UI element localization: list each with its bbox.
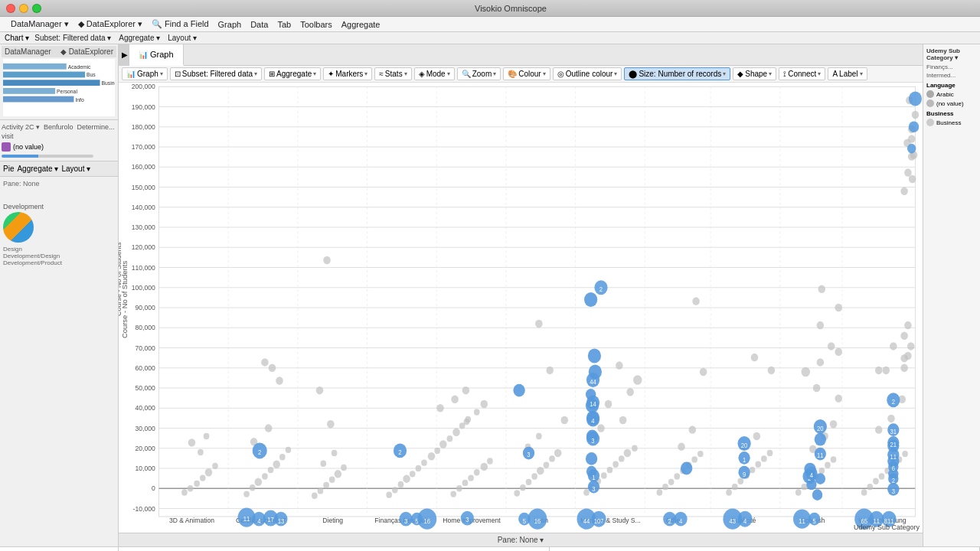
menu-data[interactable]: Data bbox=[246, 20, 273, 29]
sidebar-header: DataManager ◆ DataExplorer bbox=[2, 46, 116, 57]
svg-point-182 bbox=[612, 461, 619, 468]
svg-point-85 bbox=[188, 439, 196, 447]
svg-point-153 bbox=[474, 409, 480, 415]
svg-text:150,000: 150,000 bbox=[132, 183, 155, 191]
subset-filtered[interactable]: Subset: Filtered data ▾ bbox=[32, 34, 113, 42]
menu-find-field[interactable]: 🔍 Find a Field bbox=[147, 19, 214, 29]
legend-item-arabic: Arabic bbox=[926, 90, 977, 98]
svg-point-177 bbox=[583, 489, 590, 495]
svg-point-87 bbox=[243, 491, 250, 497]
svg-point-329 bbox=[888, 461, 898, 473]
svg-point-228 bbox=[674, 512, 687, 527]
svg-point-327 bbox=[888, 473, 898, 484]
colour-btn[interactable]: 🎨 Colour ▾ bbox=[503, 67, 550, 80]
svg-point-276 bbox=[793, 510, 811, 529]
svg-point-159 bbox=[526, 479, 532, 485]
svg-point-289 bbox=[873, 478, 879, 484]
svg-point-124 bbox=[410, 471, 416, 477]
svg-point-219 bbox=[691, 456, 697, 462]
svg-point-207 bbox=[586, 412, 599, 427]
svg-point-117 bbox=[327, 420, 335, 429]
svg-point-115 bbox=[320, 461, 326, 467]
menu-tab[interactable]: Tab bbox=[273, 20, 296, 29]
svg-point-333 bbox=[887, 436, 899, 449]
mode-btn[interactable]: ◈ Mode ▾ bbox=[414, 67, 455, 80]
layout-label-left[interactable]: Layout ▾ bbox=[61, 165, 90, 173]
menu-toolbars[interactable]: Toolbars bbox=[296, 20, 337, 29]
svg-text:30,000: 30,000 bbox=[135, 424, 155, 432]
svg-point-306 bbox=[907, 342, 915, 350]
svg-point-269 bbox=[818, 285, 826, 294]
svg-point-139 bbox=[400, 512, 413, 527]
svg-point-166 bbox=[536, 433, 542, 439]
layout-btn[interactable]: Layout ▾ bbox=[165, 34, 199, 42]
aggregate-btn[interactable]: ⊞ Aggregate ▾ bbox=[264, 67, 321, 80]
menu-bar: DataManager ▾ ◆ DataExplorer ▾ 🔍 Find a … bbox=[0, 17, 980, 32]
svg-point-127 bbox=[428, 452, 436, 461]
pie-label[interactable]: Pie bbox=[3, 165, 14, 173]
aggregate-label[interactable]: Aggregate ▾ bbox=[17, 165, 58, 173]
svg-point-302 bbox=[900, 332, 908, 341]
svg-text:180,000: 180,000 bbox=[132, 123, 155, 131]
maximize-button[interactable] bbox=[32, 4, 41, 13]
svg-point-278 bbox=[808, 513, 820, 526]
svg-point-86 bbox=[204, 433, 210, 439]
subset-btn[interactable]: ⊡ Subset: Filtered data ▾ bbox=[170, 67, 262, 80]
svg-point-82 bbox=[205, 468, 213, 477]
svg-point-235 bbox=[755, 461, 761, 468]
graph-btn[interactable]: 📊 Graph ▾ bbox=[122, 67, 168, 80]
svg-point-312 bbox=[912, 111, 920, 119]
menu-datamanager[interactable]: DataManager ▾ bbox=[6, 19, 74, 29]
svg-point-93 bbox=[279, 454, 286, 460]
svg-point-137 bbox=[394, 443, 407, 458]
tab-graph[interactable]: 📊 Graph bbox=[129, 44, 184, 66]
svg-point-256 bbox=[818, 468, 825, 474]
aggregate-btn[interactable]: Aggregate ▾ bbox=[116, 34, 162, 42]
minimize-button[interactable] bbox=[19, 4, 28, 13]
filter-slider[interactable] bbox=[2, 155, 93, 158]
svg-point-343 bbox=[594, 280, 607, 295]
main-layout: DataManager ◆ DataExplorer Academic Bus … bbox=[0, 44, 980, 546]
size-btn[interactable]: ⬤ Size: Number of records ▾ bbox=[624, 67, 730, 80]
svg-rect-4 bbox=[3, 96, 74, 103]
svg-point-203 bbox=[592, 511, 606, 527]
svg-point-91 bbox=[268, 467, 274, 473]
svg-text:10,000: 10,000 bbox=[135, 465, 155, 472]
svg-point-261 bbox=[830, 420, 838, 429]
svg-point-92 bbox=[273, 461, 280, 469]
svg-rect-0 bbox=[3, 64, 67, 70]
svg-point-123 bbox=[403, 474, 410, 483]
window-title: Visokio Omniscope bbox=[47, 4, 974, 13]
svg-text:Bus: Bus bbox=[87, 72, 96, 77]
expand-icon[interactable]: ▶ bbox=[119, 44, 129, 66]
svg-point-300 bbox=[875, 367, 883, 375]
connect-btn[interactable]: ⟟ Connect ▾ bbox=[779, 67, 825, 80]
svg-point-339 bbox=[909, 175, 916, 184]
svg-point-239 bbox=[753, 432, 761, 441]
label-btn[interactable]: A Label ▾ bbox=[828, 67, 867, 80]
svg-point-301 bbox=[890, 342, 897, 350]
zoom-btn[interactable]: 🔍 Zoom ▾ bbox=[457, 67, 501, 80]
svg-point-193 bbox=[588, 349, 601, 364]
svg-point-118 bbox=[316, 386, 324, 395]
svg-point-155 bbox=[461, 511, 474, 526]
svg-point-119 bbox=[323, 256, 331, 265]
shape-btn[interactable]: ◆ Shape ▾ bbox=[733, 67, 776, 80]
svg-point-282 bbox=[815, 448, 826, 461]
svg-point-236 bbox=[761, 455, 767, 461]
svg-point-160 bbox=[531, 473, 537, 479]
outline-colour-btn[interactable]: ◎ Outline colour ▾ bbox=[553, 67, 622, 80]
menu-graph[interactable]: Graph bbox=[214, 20, 247, 29]
svg-point-136 bbox=[462, 386, 470, 395]
menu-aggregate[interactable]: Aggregate bbox=[337, 20, 385, 29]
svg-point-147 bbox=[462, 480, 469, 486]
window-controls bbox=[6, 4, 41, 13]
pane-selector: Pie Aggregate ▾ Layout ▾ bbox=[0, 161, 118, 177]
svg-point-184 bbox=[624, 449, 632, 458]
stats-btn[interactable]: ≈ Stats ▾ bbox=[374, 67, 411, 80]
markers-btn[interactable]: ✦ Markers ▾ bbox=[323, 67, 372, 80]
svg-point-116 bbox=[332, 450, 338, 456]
menu-dataexplorer[interactable]: ◆ DataExplorer ▾ bbox=[74, 19, 147, 29]
svg-point-169 bbox=[535, 320, 543, 328]
close-button[interactable] bbox=[6, 4, 15, 13]
